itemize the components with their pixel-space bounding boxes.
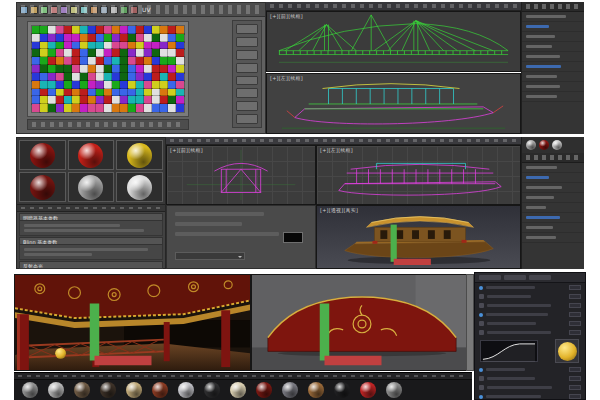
shelf-material[interactable] [256, 382, 273, 400]
toggle-dot[interactable] [479, 368, 483, 372]
panel-row[interactable] [522, 22, 584, 32]
panel-row[interactable] [522, 32, 584, 42]
shelf-material[interactable] [152, 382, 169, 400]
uv-tool-icon[interactable] [110, 6, 118, 14]
panel-row[interactable] [522, 193, 584, 203]
viewport-label[interactable]: [+][左][线框] [270, 75, 303, 81]
shelf-material[interactable] [178, 382, 195, 400]
panel-row[interactable] [522, 42, 584, 52]
panel-row[interactable] [522, 92, 584, 102]
panel-row[interactable] [522, 72, 584, 82]
property-value-box[interactable] [569, 330, 581, 335]
toggle-dot[interactable] [479, 395, 483, 399]
painter-tab[interactable] [504, 275, 526, 280]
material-slot[interactable] [68, 140, 115, 170]
panel-row[interactable] [522, 62, 584, 72]
mini-material-sphere[interactable] [539, 140, 549, 150]
uv-tool-icon[interactable] [90, 6, 98, 14]
material-slot[interactable] [116, 140, 163, 170]
property-icon[interactable] [479, 303, 484, 308]
viewport-boat-wireframe[interactable]: [+][左][线框] [266, 73, 521, 134]
panel-row[interactable] [522, 12, 584, 22]
shelf-material[interactable] [22, 382, 39, 400]
uv-tool-icon[interactable] [30, 6, 38, 14]
property-row[interactable] [475, 328, 585, 337]
material-preview-swatch[interactable] [555, 339, 579, 363]
uv-tool-icon[interactable] [60, 6, 68, 14]
property-row[interactable] [475, 283, 585, 292]
map-dropdown[interactable] [175, 252, 245, 260]
viewport-front[interactable]: [+][前][线框] [166, 145, 316, 205]
property-value-box[interactable] [569, 394, 581, 399]
viewport-pavilion-render[interactable] [14, 274, 251, 371]
toggle-dot[interactable] [479, 313, 483, 317]
property-icon[interactable] [479, 294, 484, 299]
uv-side-button[interactable] [236, 114, 258, 124]
property-value-box[interactable] [569, 312, 581, 317]
uv-side-button[interactable] [236, 24, 258, 34]
panel-row[interactable] [522, 183, 584, 193]
viewport-side[interactable]: [+][左][线框] [316, 145, 521, 205]
uv-bottom-toolbar[interactable] [27, 119, 189, 130]
panel-row[interactable] [522, 213, 584, 223]
property-value-box[interactable] [569, 385, 581, 390]
panel-row[interactable] [522, 203, 584, 213]
uv-side-button[interactable] [236, 50, 258, 60]
property-row[interactable] [475, 374, 585, 383]
property-row[interactable] [475, 392, 585, 400]
material-slot[interactable] [68, 172, 115, 202]
property-icon[interactable] [479, 385, 484, 390]
viewport-label[interactable]: [+][左][线框] [320, 147, 353, 153]
panel-row[interactable] [522, 233, 584, 243]
shelf-material[interactable] [74, 382, 91, 400]
main-toolbar[interactable] [266, 2, 521, 11]
property-value-box[interactable] [569, 367, 581, 372]
toggle-dot[interactable] [479, 286, 483, 290]
shelf-material[interactable] [230, 382, 247, 400]
panel-row[interactable] [522, 82, 584, 92]
material-slot[interactable] [19, 140, 66, 170]
property-icon[interactable] [479, 376, 484, 381]
rollout-header[interactable]: 明暗器基本参数 [19, 213, 163, 221]
viewport-panel-closeup[interactable] [251, 274, 474, 371]
panel-row[interactable] [522, 223, 584, 233]
uv-tool-icon[interactable] [80, 6, 88, 14]
viewport-front-wireframe[interactable]: [+][前][线框] [266, 11, 521, 72]
uv-tool-icon[interactable] [40, 6, 48, 14]
shelf-material[interactable] [204, 382, 221, 400]
uv-tool-icon[interactable] [130, 6, 138, 14]
property-row[interactable] [475, 292, 585, 301]
shelf-material[interactable] [360, 382, 377, 400]
rollout-header[interactable]: 反射高光 [19, 261, 163, 269]
uv-side-button[interactable] [236, 76, 258, 86]
shelf-material[interactable] [334, 382, 351, 400]
property-row[interactable] [475, 383, 585, 392]
mini-material-sphere[interactable] [526, 140, 536, 150]
material-slot[interactable] [19, 172, 66, 202]
property-icon[interactable] [479, 330, 484, 335]
uv-side-button[interactable] [236, 88, 258, 98]
shelf-material[interactable] [282, 382, 299, 400]
property-row[interactable] [475, 310, 585, 319]
panel-row[interactable] [522, 163, 584, 173]
viewport-perspective-render[interactable]: [+][透视][真实] [316, 205, 521, 269]
param-bar[interactable] [175, 222, 242, 226]
uv-tool-icon[interactable] [20, 6, 28, 14]
shelf-material[interactable] [48, 382, 65, 400]
rollout-header[interactable]: Blinn 基本参数 [19, 237, 163, 245]
shelf-material[interactable] [386, 382, 403, 400]
falloff-curve-editor[interactable] [480, 340, 538, 362]
shelf-material[interactable] [308, 382, 325, 400]
viewport-label[interactable]: [+][前][线框] [270, 13, 303, 19]
panel-row[interactable] [522, 52, 584, 62]
property-value-box[interactable] [569, 376, 581, 381]
menu-bar[interactable] [166, 137, 521, 145]
shelf-material[interactable] [100, 382, 117, 400]
painter-tab[interactable] [529, 275, 551, 280]
viewport-label[interactable]: [+][前][线框] [170, 147, 203, 153]
property-icon[interactable] [479, 321, 484, 326]
color-swatch-black[interactable] [283, 232, 303, 243]
material-slot[interactable] [116, 172, 163, 202]
property-row[interactable] [475, 301, 585, 310]
shelf-material[interactable] [126, 382, 143, 400]
